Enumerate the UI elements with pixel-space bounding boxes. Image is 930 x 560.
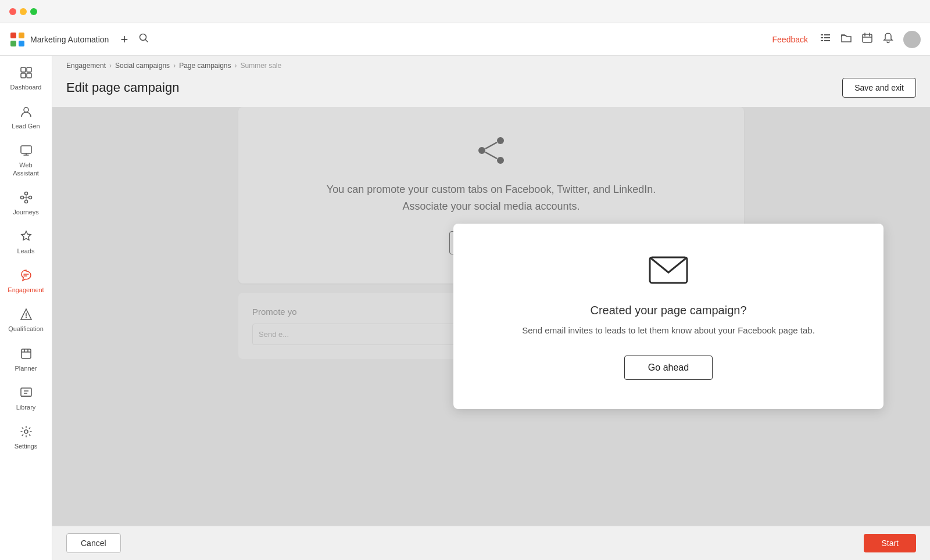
bell-icon[interactable]	[882, 32, 894, 46]
svg-rect-16	[21, 67, 26, 72]
modal-overlay: Created your page campaign? Send email i…	[52, 107, 930, 526]
sidebar: Dashboard Lead Gen Web Assistant	[0, 56, 52, 560]
search-icon[interactable]	[138, 33, 149, 46]
svg-rect-21	[21, 146, 31, 153]
breadcrumb-engagement[interactable]: Engagement	[66, 62, 106, 70]
email-modal-description: Send email invites to leads to let them …	[477, 324, 860, 338]
svg-line-5	[146, 40, 148, 42]
sidebar-label-planner: Planner	[15, 365, 37, 372]
planner-icon	[20, 347, 33, 362]
sidebar-label-engagement: Engagement	[8, 286, 44, 294]
journeys-icon	[20, 191, 33, 206]
lead-gen-icon	[20, 105, 33, 120]
sidebar-item-lead-gen[interactable]: Lead Gen	[3, 99, 49, 136]
svg-rect-12	[863, 34, 872, 42]
sidebar-label-journeys: Journeys	[13, 209, 39, 216]
sidebar-item-leads[interactable]: Leads	[3, 224, 49, 261]
user-avatar[interactable]	[903, 31, 921, 48]
top-nav: Marketing Automation + Feedback	[0, 23, 930, 56]
page-title: Edit page campaign	[66, 80, 179, 95]
svg-rect-35	[22, 349, 31, 358]
svg-rect-10	[821, 40, 823, 41]
sidebar-label-leads: Leads	[17, 247, 35, 255]
svg-point-24	[20, 196, 23, 199]
email-modal-title: Created your page campaign?	[477, 304, 860, 317]
breadcrumb-sep-1: ›	[109, 62, 112, 70]
svg-rect-3	[19, 41, 24, 46]
sidebar-item-dashboard[interactable]: Dashboard	[3, 60, 49, 97]
brand-logo	[9, 31, 26, 48]
add-icon[interactable]: +	[120, 32, 128, 47]
email-icon	[648, 253, 689, 288]
sidebar-label-qualification: Qualification	[8, 325, 44, 333]
sidebar-label-settings: Settings	[15, 443, 38, 450]
folder-icon[interactable]	[840, 32, 852, 46]
svg-rect-8	[821, 37, 823, 38]
svg-point-34	[26, 317, 27, 318]
sidebar-item-journeys[interactable]: Journeys	[3, 185, 49, 222]
svg-point-43	[24, 430, 28, 433]
sidebar-item-settings[interactable]: Settings	[3, 419, 49, 456]
email-modal: Created your page campaign? Send email i…	[453, 224, 884, 410]
sidebar-label-library: Library	[16, 404, 36, 411]
maximize-dot[interactable]	[30, 8, 37, 15]
sidebar-label-web-assistant: Web Assistant	[8, 161, 45, 177]
engagement-icon	[20, 269, 33, 284]
save-exit-button[interactable]: Save and exit	[842, 78, 916, 98]
web-assistant-icon	[20, 144, 33, 159]
minimize-dot[interactable]	[20, 8, 27, 15]
svg-rect-2	[10, 41, 16, 46]
svg-rect-0	[10, 33, 16, 38]
leads-icon	[20, 230, 33, 245]
brand: Marketing Automation	[9, 31, 109, 48]
sidebar-item-library[interactable]: Library	[3, 380, 49, 417]
svg-point-4	[140, 34, 146, 41]
svg-rect-6	[821, 34, 823, 35]
svg-point-25	[24, 192, 27, 195]
library-icon	[20, 386, 33, 401]
sidebar-item-planner[interactable]: Planner	[3, 342, 49, 378]
breadcrumb-social-campaigns[interactable]: Social campaigns	[115, 62, 170, 70]
feedback-button[interactable]: Feedback	[772, 35, 808, 44]
svg-rect-18	[21, 73, 26, 78]
start-button[interactable]: Start	[864, 534, 916, 552]
svg-rect-1	[19, 33, 24, 38]
sidebar-item-engagement[interactable]: Engagement	[3, 263, 49, 300]
breadcrumb-page-campaigns[interactable]: Page campaigns	[179, 62, 231, 70]
calendar-icon[interactable]	[861, 32, 873, 46]
sidebar-label-lead-gen: Lead Gen	[12, 123, 40, 130]
dashboard-icon	[20, 66, 33, 81]
breadcrumb-current: Summer sale	[241, 62, 282, 70]
svg-point-20	[24, 107, 28, 112]
sidebar-label-dashboard: Dashboard	[10, 84, 42, 91]
bottom-bar: Cancel Start	[52, 526, 930, 560]
breadcrumb-sep-3: ›	[235, 62, 237, 70]
svg-point-26	[28, 196, 31, 199]
svg-rect-17	[27, 67, 31, 72]
svg-rect-19	[27, 73, 31, 78]
svg-rect-9	[824, 37, 830, 38]
svg-rect-7	[824, 34, 830, 35]
svg-point-27	[24, 200, 27, 203]
qualification-icon	[20, 308, 33, 323]
title-bar	[0, 0, 930, 23]
svg-rect-11	[824, 40, 830, 41]
nav-icons: +	[120, 32, 149, 47]
main-layout: Dashboard Lead Gen Web Assistant	[0, 56, 930, 560]
page-header: Edit page campaign Save and exit	[52, 73, 930, 107]
cancel-button[interactable]: Cancel	[66, 533, 121, 553]
nav-right-icons	[820, 31, 921, 48]
breadcrumb: Engagement › Social campaigns › Page cam…	[52, 56, 930, 73]
close-dot[interactable]	[9, 8, 16, 15]
nav-right: Feedback	[772, 31, 921, 48]
content-area: Engagement › Social campaigns › Page cam…	[52, 56, 930, 560]
sidebar-item-qualification[interactable]: Qualification	[3, 302, 49, 339]
zoho-logo-icon	[9, 31, 26, 48]
list-icon[interactable]	[820, 32, 831, 46]
sidebar-item-web-assistant[interactable]: Web Assistant	[3, 138, 49, 182]
brand-name-label: Marketing Automation	[30, 35, 109, 44]
svg-rect-39	[21, 388, 31, 396]
go-ahead-button[interactable]: Go ahead	[624, 356, 713, 380]
window-controls	[9, 8, 37, 15]
breadcrumb-sep-2: ›	[173, 62, 176, 70]
